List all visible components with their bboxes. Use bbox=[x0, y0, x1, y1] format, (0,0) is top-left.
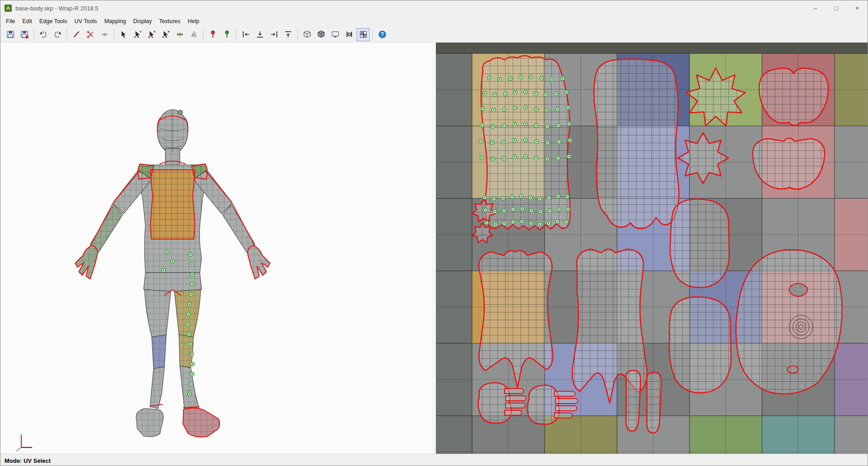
uv-weld-button[interactable] bbox=[173, 28, 186, 41]
menu-file[interactable]: File bbox=[2, 17, 19, 26]
uv-scale-button[interactable] bbox=[159, 28, 172, 41]
svg-text:?: ? bbox=[381, 31, 384, 38]
uv-island-leg-strip-2[interactable] bbox=[647, 372, 661, 433]
menu-display[interactable]: Display bbox=[130, 17, 155, 26]
app-icon bbox=[4, 4, 12, 12]
menu-edit[interactable]: Edit bbox=[19, 17, 36, 26]
uv-select-button[interactable] bbox=[117, 28, 130, 41]
menu-mapping[interactable]: Mapping bbox=[101, 17, 130, 26]
menu-help[interactable]: Help bbox=[184, 17, 203, 26]
app-window: base-body.skp - Wrap-R 2018.5 –□× FileEd… bbox=[0, 0, 868, 466]
maximize-button[interactable]: □ bbox=[826, 0, 847, 16]
toolbar-separator bbox=[34, 29, 34, 40]
window-title: base-body.skp - Wrap-R 2018.5 bbox=[15, 5, 98, 12]
menu-bar: FileEditEdge ToolsUV ToolsMappingDisplay… bbox=[0, 16, 868, 27]
mode-label: Mode: UV Select bbox=[5, 457, 51, 464]
align-bottom-button[interactable] bbox=[253, 28, 266, 41]
menu-edge-tools[interactable]: Edge Tools bbox=[36, 17, 71, 26]
uv-island-arm-lower[interactable] bbox=[669, 297, 731, 393]
pin-green-button[interactable] bbox=[220, 28, 233, 41]
main-area bbox=[0, 43, 868, 454]
solid-view-button[interactable] bbox=[314, 28, 328, 41]
uv-move-button[interactable] bbox=[131, 28, 144, 41]
minimize-button[interactable]: – bbox=[805, 0, 826, 16]
title-bar: base-body.skp - Wrap-R 2018.5 –□× bbox=[0, 0, 868, 16]
toolbar: ? bbox=[0, 27, 868, 43]
uv-island-leg-strip-1[interactable] bbox=[626, 370, 641, 431]
edge-weld-button[interactable] bbox=[98, 28, 111, 41]
toolbar-separator bbox=[67, 29, 67, 40]
window-controls: –□× bbox=[805, 0, 868, 16]
uv-island-gear-large-2[interactable] bbox=[678, 133, 728, 183]
viewport-3d[interactable] bbox=[0, 43, 434, 454]
toolbar-separator bbox=[297, 29, 298, 40]
menu-uv-tools[interactable]: UV Tools bbox=[71, 17, 101, 26]
help-button[interactable]: ? bbox=[376, 28, 389, 41]
uv-editor[interactable] bbox=[436, 43, 868, 454]
close-button[interactable]: × bbox=[847, 0, 868, 16]
box-mapping-button[interactable] bbox=[300, 28, 313, 41]
status-bar: Mode: UV Select bbox=[0, 454, 868, 466]
save-as-button[interactable] bbox=[18, 28, 31, 41]
model-wireframe bbox=[75, 110, 270, 437]
toggle-uv-grid-button[interactable] bbox=[357, 28, 370, 41]
save-button[interactable] bbox=[4, 28, 17, 41]
uv-island-arm-upper[interactable] bbox=[670, 199, 729, 288]
pin-red-button[interactable] bbox=[206, 28, 219, 41]
toolbar-separator bbox=[203, 29, 203, 40]
undo-button[interactable] bbox=[37, 28, 50, 41]
uv-island-leg-back[interactable] bbox=[594, 59, 679, 228]
toolbar-separator bbox=[372, 29, 373, 40]
uv-mirror-button[interactable] bbox=[187, 28, 200, 41]
planar-mapping-button[interactable] bbox=[328, 28, 342, 41]
toolbar-separator bbox=[114, 29, 114, 40]
redo-button[interactable] bbox=[51, 28, 64, 41]
edge-select-button[interactable] bbox=[70, 28, 83, 41]
menu-textures[interactable]: Textures bbox=[155, 17, 184, 26]
align-top-button[interactable] bbox=[281, 28, 294, 41]
uv-rotate-button[interactable] bbox=[145, 28, 158, 41]
toolbar-separator bbox=[236, 29, 236, 40]
align-right-button[interactable] bbox=[267, 28, 280, 41]
axis-gizmo bbox=[16, 435, 32, 451]
straighten-uv-button[interactable] bbox=[342, 28, 356, 41]
uv-island-face-top[interactable] bbox=[759, 68, 828, 125]
edge-cut-button[interactable] bbox=[84, 28, 97, 41]
uv-island-face-mid[interactable] bbox=[753, 138, 825, 189]
align-left-button[interactable] bbox=[239, 28, 252, 41]
